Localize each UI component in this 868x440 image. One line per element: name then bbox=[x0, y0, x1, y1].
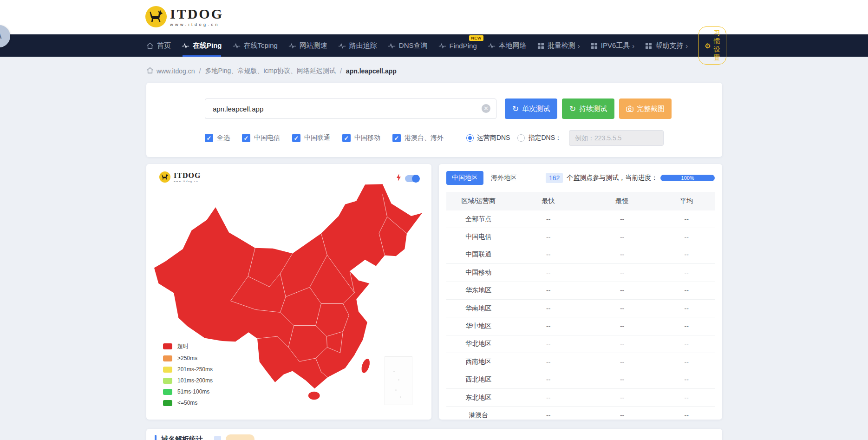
table-row-all-nodes: 全部节点------ bbox=[446, 210, 715, 228]
dog-logo-icon bbox=[145, 6, 167, 27]
loop-icon: ↻ bbox=[569, 105, 576, 113]
nav-item-ipv6-tools[interactable]: IPV6工具› bbox=[591, 34, 635, 57]
pulse-icon bbox=[182, 43, 189, 49]
breadcrumb-middle-link[interactable]: 多地Ping、常规版、icmp协议、网络延迟测试 bbox=[205, 67, 336, 75]
section-title: 域名解析统计 bbox=[161, 435, 203, 440]
breadcrumb-home-link[interactable]: www.itdog.cn bbox=[146, 67, 195, 75]
radio-icon bbox=[466, 134, 474, 142]
nav-item-route-trace[interactable]: 路由追踪 bbox=[338, 34, 377, 57]
nav-item-site-speed[interactable]: 网站测速 bbox=[288, 34, 327, 57]
legend-swatch bbox=[163, 355, 172, 361]
nav-item-dns-query[interactable]: DNS查询 bbox=[388, 34, 428, 57]
radio-isp-dns[interactable]: 运营商DNS bbox=[466, 134, 510, 142]
new-badge: NEW bbox=[469, 35, 483, 41]
legend-swatch bbox=[163, 343, 172, 349]
legend-item-timeout: 超时 bbox=[163, 342, 213, 350]
custom-dns-input[interactable] bbox=[569, 130, 664, 146]
table-row-china-telecom: 中国电信------ bbox=[446, 228, 715, 246]
tab-china-region[interactable]: 中国地区 bbox=[446, 171, 483, 185]
nav-item-home[interactable]: 首页 bbox=[146, 34, 171, 57]
chevron-right-icon: › bbox=[632, 42, 634, 50]
lightning-icon bbox=[396, 174, 401, 183]
table-row-south-china: 华南地区------ bbox=[446, 300, 715, 317]
south-china-sea-inset bbox=[385, 356, 412, 405]
legend-item-201-250: 201ms-250ms bbox=[163, 366, 213, 373]
breadcrumb: www.itdog.cn / 多地Ping、常规版、icmp协议、网络延迟测试 … bbox=[146, 65, 722, 77]
table-row-central-china: 华中地区------ bbox=[446, 317, 715, 335]
loop-icon: ↻ bbox=[512, 105, 519, 113]
map-watermark-logo: ITDOG www.itdog.cn bbox=[159, 171, 201, 183]
grid-icon bbox=[645, 42, 652, 49]
table-row-east-china: 华东地区------ bbox=[446, 282, 715, 300]
map-card: ITDOG www.itdog.cn bbox=[146, 164, 431, 420]
nav-item-batch-check[interactable]: 批量检测› bbox=[537, 34, 580, 57]
grid-icon bbox=[537, 42, 544, 49]
radio-icon bbox=[517, 134, 525, 142]
map-legend: 超时>250ms201ms-250ms101ms-200ms51ms-100ms… bbox=[163, 342, 213, 406]
pulse-icon bbox=[338, 43, 346, 49]
checkbox-china-unicom[interactable]: ✓中国联通 bbox=[292, 134, 330, 142]
legend-item-101-200: 101ms-200ms bbox=[163, 377, 213, 384]
legend-swatch bbox=[163, 378, 172, 384]
results-card: 中国地区 海外地区 162 个监测点参与测试，当前进度： 100% 区域/运营商… bbox=[439, 164, 722, 420]
nav-item-findping[interactable]: FindPingNEW bbox=[438, 34, 477, 57]
checkbox-checked-icon: ✓ bbox=[392, 134, 401, 142]
breadcrumb-current: apn.leapcell.app bbox=[346, 67, 397, 75]
checkbox-all[interactable]: ✓全选 bbox=[205, 134, 230, 142]
page: ITDOG www.itdog.cn A 首页在线Ping在线Tcping网站测… bbox=[0, 0, 868, 440]
nav-item-online-tcping[interactable]: 在线Tcping bbox=[233, 34, 278, 57]
nav-item-local-network[interactable]: 本地网络 bbox=[488, 34, 527, 57]
checkbox-checked-icon: ✓ bbox=[205, 134, 213, 142]
legend-item-gt250: >250ms bbox=[163, 355, 213, 361]
pulse-icon bbox=[438, 43, 446, 49]
legend-swatch bbox=[163, 400, 172, 406]
checkbox-checked-icon: ✓ bbox=[292, 134, 300, 142]
legend-item-le50: <=50ms bbox=[163, 400, 213, 406]
pulse-icon bbox=[488, 43, 496, 49]
table-row-southwest: 西南地区------ bbox=[446, 353, 715, 371]
breadcrumb-separator: / bbox=[340, 67, 342, 75]
gear-icon: ⚙ bbox=[705, 42, 711, 49]
monitor-count-badge: 162 bbox=[546, 173, 563, 183]
tab-overseas-region[interactable]: 海外地区 bbox=[491, 174, 517, 182]
chevron-right-icon: › bbox=[578, 42, 580, 50]
table-header-row: 区域/运营商 最快 最慢 平均 bbox=[446, 192, 715, 210]
host-input[interactable] bbox=[205, 99, 496, 119]
continuous-test-button[interactable]: ↻持续测试 bbox=[562, 99, 614, 119]
brand-logo[interactable]: ITDOG www.itdog.cn bbox=[145, 6, 223, 27]
home-icon bbox=[146, 67, 154, 75]
top-band bbox=[0, 0, 868, 34]
footer-checkbox[interactable] bbox=[214, 436, 221, 440]
table-row-china-mobile: 中国移动------ bbox=[446, 264, 715, 282]
checkbox-china-telecom[interactable]: ✓中国电信 bbox=[242, 134, 280, 142]
checkbox-china-mobile[interactable]: ✓中国移动 bbox=[342, 134, 380, 142]
progress-bar: 100% bbox=[660, 175, 715, 181]
nav-item-online-ping[interactable]: 在线Ping bbox=[182, 34, 222, 57]
home-icon bbox=[146, 42, 154, 49]
pulse-icon bbox=[288, 43, 296, 49]
radio-custom-dns[interactable]: 指定DNS： bbox=[517, 134, 561, 142]
settings-button[interactable]: ⚙ 习惯设置 bbox=[698, 26, 726, 65]
clear-input-icon[interactable]: ✕ bbox=[482, 104, 490, 113]
brand-name: ITDOG bbox=[170, 7, 223, 21]
table-row-hk-mo-tw: 港澳台------ bbox=[446, 407, 715, 424]
main-nav: 首页在线Ping在线Tcping网站测速路由追踪DNS查询FindPingNEW… bbox=[0, 34, 868, 57]
progress-text: 个监测点参与测试，当前进度： bbox=[567, 174, 658, 182]
checkbox-checked-icon: ✓ bbox=[242, 134, 250, 142]
pulse-icon bbox=[388, 43, 396, 49]
chevron-right-icon: › bbox=[685, 42, 688, 50]
camera-icon bbox=[626, 105, 633, 112]
fast-mode-toggle[interactable] bbox=[405, 175, 419, 182]
breadcrumb-separator: / bbox=[199, 67, 201, 75]
brand-domain: www.itdog.cn bbox=[170, 23, 223, 27]
single-test-button[interactable]: ↻单次测试 bbox=[505, 99, 557, 119]
dog-logo-icon bbox=[159, 171, 170, 183]
nav-item-help-support[interactable]: 帮助支持› bbox=[645, 34, 688, 57]
full-screenshot-button[interactable]: 完整截图 bbox=[619, 99, 672, 119]
search-card: ✕ ↻单次测试↻持续测试完整截图 ✓全选✓中国电信✓中国联通✓中国移动✓港澳台、… bbox=[146, 83, 722, 157]
footer-badge[interactable] bbox=[226, 434, 255, 440]
checkbox-hmt-overseas[interactable]: ✓港澳台、海外 bbox=[392, 134, 444, 142]
dns-stats-card: 域名解析统计 bbox=[146, 429, 722, 440]
progress-value: 100% bbox=[681, 175, 694, 181]
pulse-icon bbox=[233, 43, 241, 49]
